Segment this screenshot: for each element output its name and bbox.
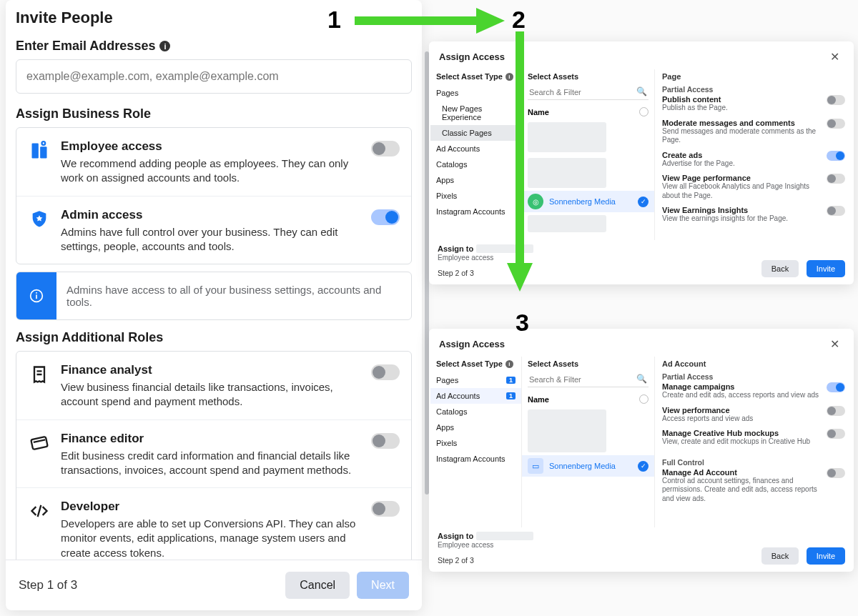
tree-catalogs[interactable]: Catalogs [430,404,521,419]
invite-button[interactable]: Invite [807,260,845,277]
name-header: Name [528,108,549,116]
perm-toggle[interactable] [827,382,845,392]
perm-toggle[interactable] [827,174,845,184]
svg-rect-5 [36,292,37,294]
developer-title: Developer [61,500,371,514]
finance-editor-toggle[interactable] [371,433,400,449]
card-icon [28,432,51,454]
business-role-heading: Assign Business Role [16,106,412,121]
developer-toggle[interactable] [371,501,400,517]
asset-type-heading: Select Asset Typei [430,69,521,85]
admin-access-toggle[interactable] [371,209,400,225]
permissions-column: Ad Account Partial Access Manage campaig… [655,357,852,527]
code-icon [28,500,51,522]
select-all-radio[interactable] [639,394,649,404]
search-icon[interactable]: 🔍 [636,86,647,96]
finance-analyst-desc: View business financial details like tra… [61,380,371,409]
tree-pages[interactable]: Pages1 [430,372,521,388]
asset-search-input[interactable] [528,85,649,100]
checked-icon: ✓ [638,461,649,472]
admin-access-desc: Admins have full control over your busin… [61,225,371,254]
employee-access-title: Employee access [61,139,371,154]
asset-search-input[interactable] [528,372,649,387]
asset-row-selected[interactable]: ◎ Sonnenberg Media ✓ [522,191,654,212]
asset-row[interactable] [522,407,654,455]
perm-view-performance: View Page performance View all Facebook … [655,172,852,204]
select-assets-heading: Select Assets [522,69,654,85]
perm-toggle[interactable] [827,406,845,416]
close-icon[interactable]: ✕ [826,336,844,352]
assign-summary: Assign to Employee access Step 2 of 3 [438,532,533,565]
finance-analyst-title: Finance analyst [61,363,371,377]
select-all-radio[interactable] [639,107,649,116]
tree-new-pages[interactable]: New Pages Experience [430,101,521,125]
count-badge: 1 [506,392,516,399]
tree-ad-accounts[interactable]: Ad Accounts [430,141,521,157]
assign-access-adaccount-dialog: Assign Access ✕ Select Asset Typei Pages… [429,329,854,572]
asset-row-selected[interactable]: ▭ Sonnenberg Media ✓ [522,455,654,477]
perm-toggle[interactable] [827,206,845,216]
tree-ad-accounts[interactable]: Ad Accounts1 [430,388,521,404]
step-indicator: Step 1 of 3 [19,578,285,592]
perm-view-performance: View performance Access reports and view… [655,404,852,428]
tree-instagram[interactable]: Instagram Accounts [430,451,521,467]
partial-access-label: Partial Access [655,369,852,381]
employee-access-desc: We recommend adding people as employees.… [61,157,371,186]
business-role-card: Employee access We recommend adding peop… [16,127,412,264]
perm-create-ads: Create ads Advertise for the Page. [655,149,852,173]
asset-type-column: Select Asset Typei Pages New Pages Exper… [430,69,522,240]
perm-creative-hub: Manage Creative Hub mockups View, create… [655,427,852,451]
perm-toggle[interactable] [827,468,845,478]
perm-manage-campaigns: Manage campaigns Create and edit ads, ac… [655,381,852,404]
employee-access-toggle[interactable] [371,141,400,157]
close-icon[interactable]: ✕ [826,49,844,65]
partial-access-label: Partial Access [655,82,852,94]
tree-classic-pages[interactable]: Classic Pages [430,125,521,141]
tree-apps[interactable]: Apps [430,172,521,188]
asset-row[interactable] [522,119,654,155]
perm-toggle[interactable] [827,95,845,105]
svg-rect-0 [32,144,39,159]
finance-analyst-row[interactable]: Finance analyst View business financial … [16,352,411,420]
permissions-column: Page Partial Access Publish content Publ… [655,69,852,240]
perm-moderate: Moderate messages and comments Send mess… [655,117,852,149]
cancel-button[interactable]: Cancel [285,572,350,599]
developer-row[interactable]: Developer Developers are able to set up … [16,488,411,560]
receipt-icon [28,363,51,386]
search-icon[interactable]: 🔍 [636,374,647,384]
finance-editor-title: Finance editor [61,432,371,446]
back-button[interactable]: Back [761,260,799,277]
info-icon[interactable]: i [506,360,513,368]
assets-column: Select Assets 🔍 Name ▭ Sonnenberg Media … [522,357,655,527]
asset-row[interactable] [522,155,654,191]
info-icon[interactable]: i [159,41,170,51]
admin-access-row[interactable]: Admin access Admins have full control ov… [16,197,411,264]
tree-pixels[interactable]: Pixels [430,188,521,204]
tree-pages[interactable]: Pages [430,85,521,101]
perm-toggle[interactable] [827,429,845,439]
page-avatar-icon: ◎ [528,194,543,209]
svg-rect-4 [36,294,37,299]
email-input[interactable] [16,59,412,94]
back-button[interactable]: Back [761,547,799,565]
tree-pixels[interactable]: Pixels [430,435,521,451]
invite-button[interactable]: Invite [807,547,845,565]
asset-row[interactable] [522,212,654,235]
finance-editor-row[interactable]: Finance editor Edit business credit card… [16,420,411,489]
next-button[interactable]: Next [357,572,409,599]
finance-analyst-toggle[interactable] [371,364,400,380]
dialog-title: Assign Access [439,51,505,62]
perm-heading: Ad Account [655,357,852,369]
employee-access-row[interactable]: Employee access We recommend adding peop… [16,128,411,197]
developer-desc: Developers are able to set up Conversion… [61,517,371,560]
perm-toggle[interactable] [827,151,845,161]
perm-publish-content: Publish content Publish as the Page. [655,94,852,117]
dialog-body: Enter Email Addresses i Assign Business … [6,34,422,560]
perm-toggle[interactable] [827,119,845,129]
admin-access-title: Admin access [61,208,371,222]
select-assets-heading: Select Assets [522,357,654,372]
assignee-placeholder [476,532,533,540]
tree-catalogs[interactable]: Catalogs [430,157,521,172]
tree-apps[interactable]: Apps [430,419,521,435]
tree-instagram[interactable]: Instagram Accounts [430,204,521,219]
